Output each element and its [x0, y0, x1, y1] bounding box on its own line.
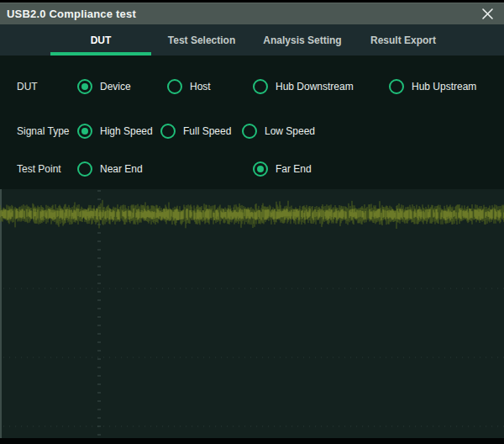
radio-unselected-icon: [160, 124, 176, 139]
radio-dot: [81, 166, 88, 172]
radio-hub-downstream[interactable]: Hub Downstream: [253, 79, 354, 94]
radio-unselected-icon: [253, 79, 268, 94]
radio-option-label: Full Speed: [183, 125, 231, 137]
radio-dot: [246, 128, 253, 135]
tab-label: Analysis Setting: [263, 34, 341, 46]
dialog-body: DUTDeviceHostHub DownstreamHub UpstreamS…: [0, 56, 504, 189]
close-button[interactable]: [475, 3, 499, 24]
row-label-dut: DUT: [17, 81, 38, 92]
radio-far-end[interactable]: Far End: [253, 161, 312, 177]
radio-dot: [81, 128, 88, 135]
radio-unselected-icon: [242, 124, 257, 139]
screen-bottom-strip: [0, 438, 504, 444]
radio-option-label: Device: [100, 81, 131, 92]
tab-label: Test Selection: [168, 34, 235, 46]
row-label-signal-type: Signal Type: [17, 125, 70, 137]
dialog-title-bar: USB2.0 Compliance test: [0, 3, 504, 24]
radio-option-label: Hub Downstream: [276, 81, 354, 92]
radio-dot: [171, 83, 178, 90]
radio-option-label: High Speed: [100, 125, 153, 137]
radio-dot: [257, 83, 264, 90]
radio-unselected-icon: [389, 79, 404, 94]
radio-unselected-icon: [77, 161, 92, 177]
radio-dot: [165, 128, 171, 135]
tab-dut[interactable]: DUT: [50, 24, 151, 56]
radio-device[interactable]: Device: [77, 79, 131, 94]
radio-selected-icon: [77, 124, 92, 139]
radio-selected-icon: [77, 79, 92, 94]
waveform-plot: [0, 189, 504, 438]
tab-test-selection[interactable]: Test Selection: [151, 24, 252, 56]
oscilloscope-screen: USB2.0 Compliance test DUTTest Selection…: [0, 0, 504, 444]
tab-bar: DUTTest SelectionAnalysis SettingResult …: [0, 24, 504, 56]
radio-option-label: Near End: [100, 163, 143, 175]
radio-high-speed[interactable]: High Speed: [77, 124, 153, 139]
radio-selected-icon: [253, 161, 268, 177]
tab-result-export[interactable]: Result Export: [353, 24, 454, 56]
radio-full-speed[interactable]: Full Speed: [160, 124, 231, 139]
radio-hub-upstream[interactable]: Hub Upstream: [389, 79, 476, 94]
row-label-test-point: Test Point: [17, 163, 61, 175]
radio-option-label: Low Speed: [265, 125, 315, 137]
dialog-title: USB2.0 Compliance test: [7, 8, 136, 20]
radio-option-label: Hub Upstream: [412, 81, 476, 92]
radio-host[interactable]: Host: [167, 79, 211, 94]
radio-dot: [81, 83, 88, 90]
scope-waveform-area: [0, 189, 504, 438]
radio-option-label: Host: [190, 81, 211, 92]
radio-unselected-icon: [167, 79, 182, 94]
radio-low-speed[interactable]: Low Speed: [242, 124, 315, 139]
tab-label: Result Export: [370, 34, 436, 46]
radio-dot: [393, 83, 400, 90]
radio-option-label: Far End: [276, 163, 312, 175]
close-icon: [481, 8, 494, 20]
radio-dot: [257, 166, 264, 172]
tab-analysis-setting[interactable]: Analysis Setting: [252, 24, 353, 56]
radio-near-end[interactable]: Near End: [77, 161, 143, 177]
tab-label: DUT: [91, 34, 112, 46]
